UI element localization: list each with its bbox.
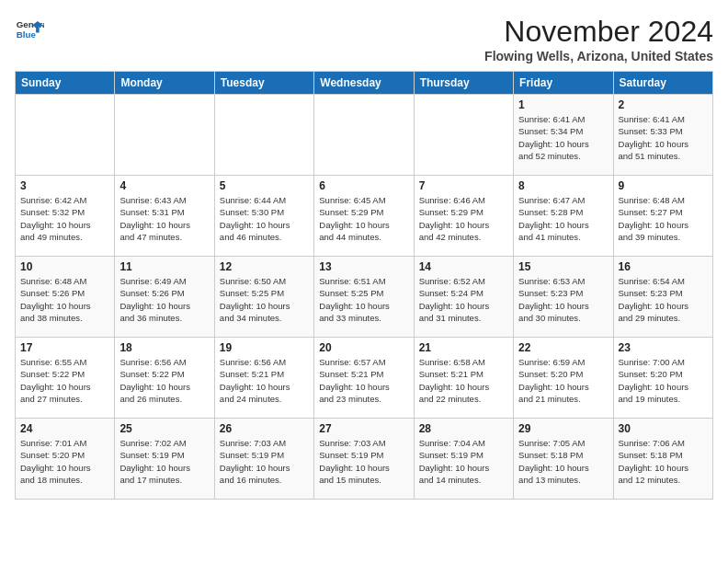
calendar-cell: 4Sunrise: 6:43 AM Sunset: 5:31 PM Daylig… xyxy=(115,176,214,257)
day-number: 29 xyxy=(518,422,608,435)
weekday-header-thursday: Thursday xyxy=(414,72,513,95)
day-info: Sunrise: 7:03 AM Sunset: 5:19 PM Dayligh… xyxy=(220,437,309,486)
calendar-cell: 18Sunrise: 6:56 AM Sunset: 5:22 PM Dayli… xyxy=(115,338,214,419)
day-info: Sunrise: 6:52 AM Sunset: 5:24 PM Dayligh… xyxy=(419,275,508,324)
day-number: 6 xyxy=(319,179,408,192)
day-info: Sunrise: 6:59 AM Sunset: 5:20 PM Dayligh… xyxy=(518,356,608,405)
day-info: Sunrise: 7:03 AM Sunset: 5:19 PM Dayligh… xyxy=(319,437,408,486)
day-number: 13 xyxy=(319,260,408,273)
day-info: Sunrise: 6:48 AM Sunset: 5:26 PM Dayligh… xyxy=(20,275,109,324)
day-info: Sunrise: 6:42 AM Sunset: 5:32 PM Dayligh… xyxy=(20,194,109,243)
day-info: Sunrise: 7:05 AM Sunset: 5:18 PM Dayligh… xyxy=(518,437,608,486)
month-title: November 2024 xyxy=(484,15,713,49)
day-info: Sunrise: 6:57 AM Sunset: 5:21 PM Dayligh… xyxy=(319,356,408,405)
day-info: Sunrise: 6:54 AM Sunset: 5:23 PM Dayligh… xyxy=(619,275,708,324)
calendar-cell: 6Sunrise: 6:45 AM Sunset: 5:29 PM Daylig… xyxy=(314,176,414,257)
calendar-cell: 5Sunrise: 6:44 AM Sunset: 5:30 PM Daylig… xyxy=(214,176,313,257)
title-area: November 2024 Flowing Wells, Arizona, Un… xyxy=(484,15,713,63)
day-info: Sunrise: 6:47 AM Sunset: 5:28 PM Dayligh… xyxy=(518,194,608,243)
calendar-table: SundayMondayTuesdayWednesdayThursdayFrid… xyxy=(15,71,713,500)
day-number: 7 xyxy=(419,179,508,192)
day-info: Sunrise: 7:04 AM Sunset: 5:19 PM Dayligh… xyxy=(419,437,508,486)
header: General Blue November 2024 Flowing Wells… xyxy=(15,15,713,63)
weekday-header-wednesday: Wednesday xyxy=(314,72,414,95)
day-info: Sunrise: 6:41 AM Sunset: 5:34 PM Dayligh… xyxy=(518,113,608,162)
calendar-cell: 23Sunrise: 7:00 AM Sunset: 5:20 PM Dayli… xyxy=(613,338,712,419)
day-info: Sunrise: 6:41 AM Sunset: 5:33 PM Dayligh… xyxy=(619,113,708,162)
day-number: 16 xyxy=(619,260,708,273)
day-number: 27 xyxy=(319,422,408,435)
day-number: 8 xyxy=(518,179,608,192)
day-number: 23 xyxy=(619,341,708,354)
day-number: 25 xyxy=(119,422,209,435)
location-title: Flowing Wells, Arizona, United States xyxy=(484,49,713,63)
day-info: Sunrise: 6:56 AM Sunset: 5:21 PM Dayligh… xyxy=(220,356,309,405)
day-info: Sunrise: 6:55 AM Sunset: 5:22 PM Dayligh… xyxy=(20,356,109,405)
weekday-header-friday: Friday xyxy=(514,72,613,95)
calendar-cell: 16Sunrise: 6:54 AM Sunset: 5:23 PM Dayli… xyxy=(613,257,712,338)
day-number: 30 xyxy=(619,422,708,435)
calendar-cell: 28Sunrise: 7:04 AM Sunset: 5:19 PM Dayli… xyxy=(414,419,513,500)
day-number: 11 xyxy=(119,260,209,273)
logo: General Blue xyxy=(15,15,44,44)
calendar-cell: 12Sunrise: 6:50 AM Sunset: 5:25 PM Dayli… xyxy=(214,257,313,338)
weekday-header-monday: Monday xyxy=(115,72,214,95)
day-info: Sunrise: 6:56 AM Sunset: 5:22 PM Dayligh… xyxy=(119,356,209,405)
calendar-cell: 29Sunrise: 7:05 AM Sunset: 5:18 PM Dayli… xyxy=(514,419,613,500)
day-number: 2 xyxy=(619,98,708,111)
week-row-4: 17Sunrise: 6:55 AM Sunset: 5:22 PM Dayli… xyxy=(16,338,713,419)
day-info: Sunrise: 6:48 AM Sunset: 5:27 PM Dayligh… xyxy=(619,194,708,243)
day-info: Sunrise: 6:43 AM Sunset: 5:31 PM Dayligh… xyxy=(119,194,209,243)
calendar-cell: 8Sunrise: 6:47 AM Sunset: 5:28 PM Daylig… xyxy=(514,176,613,257)
logo-icon: General Blue xyxy=(15,15,44,44)
calendar-cell: 2Sunrise: 6:41 AM Sunset: 5:33 PM Daylig… xyxy=(613,95,712,176)
weekday-header-row: SundayMondayTuesdayWednesdayThursdayFrid… xyxy=(16,72,713,95)
calendar-cell: 17Sunrise: 6:55 AM Sunset: 5:22 PM Dayli… xyxy=(16,338,115,419)
calendar-cell: 22Sunrise: 6:59 AM Sunset: 5:20 PM Dayli… xyxy=(514,338,613,419)
calendar-cell xyxy=(16,95,115,176)
weekday-header-tuesday: Tuesday xyxy=(214,72,313,95)
day-info: Sunrise: 6:58 AM Sunset: 5:21 PM Dayligh… xyxy=(419,356,508,405)
day-number: 5 xyxy=(220,179,309,192)
calendar-cell: 7Sunrise: 6:46 AM Sunset: 5:29 PM Daylig… xyxy=(414,176,513,257)
calendar-cell: 27Sunrise: 7:03 AM Sunset: 5:19 PM Dayli… xyxy=(314,419,414,500)
day-number: 1 xyxy=(518,98,608,111)
day-number: 12 xyxy=(220,260,309,273)
calendar-cell: 11Sunrise: 6:49 AM Sunset: 5:26 PM Dayli… xyxy=(115,257,214,338)
svg-text:Blue: Blue xyxy=(17,29,37,40)
day-number: 9 xyxy=(619,179,708,192)
day-info: Sunrise: 6:49 AM Sunset: 5:26 PM Dayligh… xyxy=(119,275,209,324)
day-info: Sunrise: 6:44 AM Sunset: 5:30 PM Dayligh… xyxy=(220,194,309,243)
weekday-header-sunday: Sunday xyxy=(16,72,115,95)
day-number: 22 xyxy=(518,341,608,354)
day-number: 20 xyxy=(319,341,408,354)
calendar-cell xyxy=(314,95,414,176)
day-info: Sunrise: 7:00 AM Sunset: 5:20 PM Dayligh… xyxy=(619,356,708,405)
calendar-cell xyxy=(214,95,313,176)
day-number: 3 xyxy=(20,179,109,192)
calendar-cell: 21Sunrise: 6:58 AM Sunset: 5:21 PM Dayli… xyxy=(414,338,513,419)
day-number: 19 xyxy=(220,341,309,354)
calendar-cell: 13Sunrise: 6:51 AM Sunset: 5:25 PM Dayli… xyxy=(314,257,414,338)
day-info: Sunrise: 7:01 AM Sunset: 5:20 PM Dayligh… xyxy=(20,437,109,486)
day-info: Sunrise: 7:02 AM Sunset: 5:19 PM Dayligh… xyxy=(119,437,209,486)
calendar-cell: 25Sunrise: 7:02 AM Sunset: 5:19 PM Dayli… xyxy=(115,419,214,500)
week-row-5: 24Sunrise: 7:01 AM Sunset: 5:20 PM Dayli… xyxy=(16,419,713,500)
day-number: 10 xyxy=(20,260,109,273)
calendar-cell: 24Sunrise: 7:01 AM Sunset: 5:20 PM Dayli… xyxy=(16,419,115,500)
day-info: Sunrise: 6:46 AM Sunset: 5:29 PM Dayligh… xyxy=(419,194,508,243)
day-info: Sunrise: 6:45 AM Sunset: 5:29 PM Dayligh… xyxy=(319,194,408,243)
day-number: 18 xyxy=(119,341,209,354)
day-number: 28 xyxy=(419,422,508,435)
day-info: Sunrise: 6:53 AM Sunset: 5:23 PM Dayligh… xyxy=(518,275,608,324)
week-row-3: 10Sunrise: 6:48 AM Sunset: 5:26 PM Dayli… xyxy=(16,257,713,338)
calendar-cell: 3Sunrise: 6:42 AM Sunset: 5:32 PM Daylig… xyxy=(16,176,115,257)
calendar-cell: 19Sunrise: 6:56 AM Sunset: 5:21 PM Dayli… xyxy=(214,338,313,419)
day-number: 14 xyxy=(419,260,508,273)
calendar-cell xyxy=(115,95,214,176)
calendar-cell: 26Sunrise: 7:03 AM Sunset: 5:19 PM Dayli… xyxy=(214,419,313,500)
day-info: Sunrise: 6:51 AM Sunset: 5:25 PM Dayligh… xyxy=(319,275,408,324)
calendar-cell: 9Sunrise: 6:48 AM Sunset: 5:27 PM Daylig… xyxy=(613,176,712,257)
day-number: 17 xyxy=(20,341,109,354)
calendar-cell: 1Sunrise: 6:41 AM Sunset: 5:34 PM Daylig… xyxy=(514,95,613,176)
